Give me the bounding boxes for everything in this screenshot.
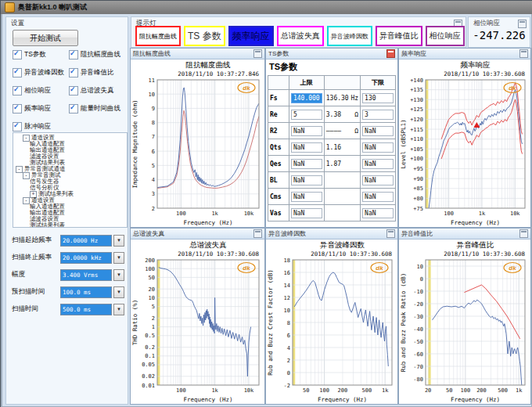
collapse-icon[interactable]: - [23, 172, 30, 179]
svg-text:1k: 1k [516, 387, 523, 394]
svg-text:6: 6 [152, 149, 155, 155]
checkbox-icon [69, 68, 78, 77]
param-value-field[interactable]: 500.0 ms [60, 304, 112, 315]
ts-table-row: BLNaNNaN [268, 172, 396, 189]
svg-text:100: 100 [145, 266, 155, 272]
tree-node[interactable]: 测试结果列表 [16, 222, 127, 228]
measurement-checkbox[interactable]: 阻抗幅度曲线 [69, 50, 125, 59]
panel-box-icon[interactable] [253, 49, 262, 58]
dropdown-arrow-icon[interactable]: ▼ [113, 269, 124, 281]
svg-text:+75: +75 [413, 206, 423, 212]
svg-text:-20: -20 [413, 301, 423, 308]
panel-box-icon[interactable] [386, 229, 395, 238]
dropdown-arrow-icon[interactable]: ▼ [113, 252, 124, 264]
ts-upper-input[interactable]: NaN [291, 159, 322, 169]
collapse-icon[interactable]: - [23, 135, 30, 142]
svg-text:50: 50 [446, 387, 452, 394]
param-value-field[interactable]: 100.0 ms [60, 286, 112, 298]
impedance-panel-header[interactable]: 阻抗幅度曲线 [131, 49, 264, 59]
measurement-checkbox[interactable]: 能量时间曲线 [69, 104, 125, 113]
ts-lower-input[interactable]: NaN [362, 208, 394, 218]
ts-lower-input[interactable]: NaN [362, 192, 394, 202]
frequency-response-panel-header[interactable]: 频率响应 [399, 49, 530, 59]
svg-text:Frequency (Hz): Frequency (Hz) [183, 219, 232, 226]
ts-panel-header[interactable]: TS参数 [266, 49, 397, 59]
measurement-checkbox[interactable]: 总谐波失真 [69, 86, 125, 95]
svg-text:9: 9 [152, 106, 155, 112]
svg-text:THD Ratio (%): THD Ratio (%) [131, 300, 138, 346]
peak-ratio-panel-header[interactable]: 异音峰值比 [399, 229, 530, 240]
collapse-icon[interactable]: - [23, 197, 30, 204]
indicator-light[interactable]: 异音峰值比 [376, 26, 422, 46]
measurement-checkbox[interactable]: 频率响应 [13, 104, 69, 113]
measurement-checkbox[interactable]: 异音峰值比 [69, 68, 125, 77]
ts-table-row: Fs140.000136.30Hz130 [268, 90, 396, 106]
ts-lower-input[interactable]: NaN [362, 175, 394, 185]
tree-node-label: 测试结果列表 [30, 222, 65, 228]
measurement-checkbox[interactable]: 脉冲响应 [13, 122, 69, 131]
panel-box-icon[interactable] [253, 229, 262, 238]
phase-response-value: -247.226 [469, 29, 530, 41]
ts-upper-input[interactable]: NaN [291, 142, 322, 153]
param-field-row: 扫描时间500.0 ms▼ [12, 301, 128, 318]
svg-text:10: 10 [149, 295, 155, 301]
collapse-icon[interactable]: - [16, 166, 23, 173]
ts-lower-input[interactable]: NaN [362, 142, 394, 153]
indicator-light[interactable]: 相位响应 [426, 26, 465, 46]
dropdown-arrow-icon[interactable]: ▼ [113, 286, 124, 298]
svg-text:4: 4 [152, 177, 155, 183]
ts-table-row: Re53.38Ω3 [268, 106, 396, 123]
svg-text:-80: -80 [413, 376, 423, 383]
phase-response-panel: 相位响应 -247.226 [468, 16, 530, 48]
svg-text:200: 200 [145, 258, 155, 264]
ts-upper-input[interactable]: NaN [291, 175, 322, 185]
ts-lower-input[interactable]: NaN [362, 159, 394, 169]
ts-lower-header: 下限 [361, 76, 396, 90]
indicator-light[interactable]: 异音波峰因数 [327, 26, 372, 46]
param-value-field[interactable]: 20.0000 kHz [60, 252, 112, 264]
indicator-light[interactable]: 总谐波失真 [277, 26, 324, 46]
ts-upper-input[interactable]: NaN [291, 126, 322, 136]
ts-lower-input[interactable]: 3 [362, 110, 394, 120]
svg-text:100: 100 [176, 211, 186, 217]
dropdown-arrow-icon[interactable]: ▼ [113, 304, 124, 315]
crest-factor-panel-header[interactable]: 异音波峰因数 [266, 229, 397, 240]
panel-box-icon[interactable] [519, 49, 528, 58]
measurement-checkbox[interactable]: 相位响应 [13, 86, 69, 95]
measurement-checkbox[interactable]: TS参数 [13, 50, 69, 59]
indicator-light[interactable]: 频率响应 [228, 26, 274, 46]
dropdown-arrow-icon[interactable]: ▼ [113, 235, 124, 247]
svg-text:10: 10 [417, 264, 423, 270]
panel-box-icon[interactable] [519, 229, 528, 238]
chart-canvas: 100-10-20-30-40-50-60-70-802050100200500… [399, 240, 530, 404]
ts-upper-input[interactable]: NaN [291, 192, 322, 202]
ts-upper-input[interactable]: 140.000 [291, 93, 322, 103]
checkbox-icon [69, 104, 78, 113]
crest-factor-panel: 异音波峰因数 -2024681012141618501002005001k异音波… [265, 228, 398, 405]
start-test-button[interactable]: 开始测试 [13, 30, 78, 46]
ts-upper-input[interactable]: 5 [291, 110, 322, 120]
svg-text:+120: +120 [410, 117, 423, 123]
panel-close-icon[interactable] [386, 49, 395, 58]
ts-upper-input[interactable]: NaN [291, 208, 322, 218]
thd-panel-header[interactable]: 总谐波失真 [131, 229, 264, 240]
ts-lower-input[interactable]: NaN [362, 126, 394, 136]
measurement-checkbox[interactable]: 异音波峰因数 [13, 68, 69, 77]
indicator-light[interactable]: TS 参数 [184, 26, 225, 46]
ts-measured-value: ————Ω [324, 123, 360, 139]
svg-text:1k: 1k [211, 387, 218, 394]
svg-text:5: 5 [152, 304, 155, 310]
ts-lower-input[interactable]: 130 [362, 93, 394, 103]
settings-panel: 设置 开始测试 TS参数阻抗幅度曲线异音波峰因数异音峰值比相位响应总谐波失真频率… [5, 16, 128, 405]
thd-chart: 2001005020105210.50.20.10.050.020.011001… [131, 240, 264, 404]
channel-config-tree[interactable]: -通道设置输入通道配置输出通道配置滤波器设置测试结果列表-异常音测试通道-异常音… [13, 132, 128, 228]
svg-text:+100: +100 [410, 156, 423, 162]
param-value-field[interactable]: 3.400 Vrms [60, 269, 112, 281]
window-titlebar[interactable]: 奥普新kk1.0 喇叭测试 [1, 1, 532, 14]
ts-param-name: Cms [268, 189, 289, 205]
param-value-field[interactable]: 20.0000 Hz [60, 235, 112, 247]
panel-box-icon[interactable] [518, 20, 527, 28]
indicator-light[interactable]: 阻抗幅度曲线 [135, 26, 181, 46]
checkbox-label: 相位响应 [24, 86, 51, 95]
svg-text:-60: -60 [413, 351, 423, 358]
